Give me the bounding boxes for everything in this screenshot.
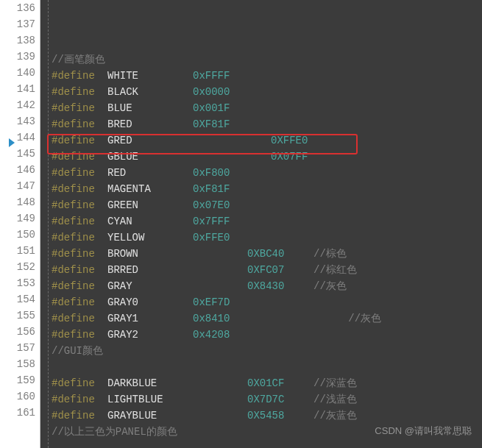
code-token: #define [52, 116, 107, 132]
code-line[interactable]: #define GRED0XFFE0 [52, 132, 482, 149]
code-line[interactable]: #define RED0xF800 [52, 165, 482, 181]
code-token: #define [52, 68, 107, 84]
code-token: 0xFFE0 [193, 232, 230, 243]
breakpoint-indicator-icon [9, 138, 15, 147]
line-number[interactable]: 143 [4, 113, 35, 129]
line-number[interactable]: 145 [4, 146, 35, 162]
code-token: GRAY1 [107, 310, 193, 327]
code-line[interactable]: //以上三色为PANEL的颜色 [52, 424, 482, 440]
code-line[interactable] [52, 35, 482, 51]
code-line[interactable]: #define BLACK0x0000 [52, 84, 482, 100]
line-number[interactable]: 157 [4, 340, 35, 356]
code-token: //棕色 [313, 248, 347, 260]
code-token: //灰色 [313, 280, 347, 292]
code-token: //以上三色为PANEL的颜色 [52, 426, 177, 438]
code-line[interactable]: #define YELLOW0xFFE0 [52, 230, 482, 246]
line-number[interactable]: 148 [4, 194, 35, 210]
line-number[interactable]: 140 [4, 65, 35, 81]
code-line[interactable] [52, 359, 482, 375]
code-token: GBLUE [107, 149, 193, 165]
code-line[interactable]: #define BRED0XF81F [52, 116, 482, 132]
code-token: 0X5458 [247, 408, 313, 424]
code-token: #define [52, 375, 107, 391]
code-line[interactable]: #define GREEN0x07E0 [52, 197, 482, 213]
code-line[interactable]: #define GRAY0X8430//灰色 [52, 278, 482, 294]
code-token: RED [107, 165, 193, 181]
code-token: 0X7D7C [247, 391, 313, 408]
line-number-gutter[interactable]: 1361371381391401411421431441451461471481… [0, 0, 40, 448]
code-line[interactable] [52, 440, 482, 448]
code-token: BRED [107, 116, 193, 132]
line-number[interactable]: 142 [4, 97, 35, 113]
code-line[interactable]: #define DARKBLUE0X01CF//深蓝色 [52, 375, 482, 391]
code-token: #define [52, 262, 107, 278]
code-token: BLACK [107, 84, 193, 100]
line-number[interactable]: 141 [4, 81, 35, 97]
code-token: 0xEF7D [193, 296, 230, 308]
code-line[interactable]: #define GRAYBLUE0X5458//灰蓝色 [52, 408, 482, 424]
line-number[interactable]: 136 [4, 0, 35, 16]
code-token: 0xF800 [193, 167, 230, 179]
code-line[interactable]: #define BROWN0XBC40//棕色 [52, 246, 482, 262]
line-number[interactable]: 161 [4, 405, 35, 421]
line-number[interactable]: 147 [4, 178, 35, 194]
line-number[interactable]: 151 [4, 243, 35, 259]
code-token: 0XFC07 [247, 262, 313, 278]
line-number[interactable]: 137 [4, 16, 35, 32]
line-number[interactable]: 153 [4, 275, 35, 291]
code-token: MAGENTA [107, 181, 193, 197]
line-number[interactable]: 158 [4, 356, 35, 372]
code-token: #define [52, 391, 107, 408]
code-token: WHITE [107, 68, 193, 84]
fold-margin[interactable] [40, 0, 49, 448]
code-token: 0x07E0 [193, 199, 230, 211]
code-token: 0x8410 [193, 313, 348, 324]
code-line[interactable]: #define WHITE0xFFFF [52, 68, 482, 84]
code-token: 0x0000 [193, 86, 230, 98]
code-area[interactable]: //画笔颜色#define WHITE0xFFFF#define BLACK0x… [49, 0, 482, 448]
code-token: #define [52, 278, 107, 294]
code-token: BRRED [107, 262, 193, 278]
code-token: #define [52, 165, 107, 181]
line-number[interactable]: 149 [4, 210, 35, 227]
code-line[interactable]: #define GRAY00xEF7D [52, 294, 482, 310]
line-number[interactable]: 138 [4, 32, 35, 49]
code-line[interactable]: #define LIGHTBLUE0X7D7C//浅蓝色 [52, 391, 482, 408]
code-token: #define [52, 100, 107, 116]
code-line[interactable]: #define GBLUE0X07FF [52, 149, 482, 165]
code-token: LIGHTBLUE [107, 391, 193, 408]
line-number[interactable]: 154 [4, 291, 35, 307]
code-line[interactable]: //GUI颜色 [52, 343, 482, 359]
code-line[interactable]: #define GRAY20x4208 [52, 327, 482, 343]
line-number[interactable]: 150 [4, 227, 35, 243]
code-token: #define [52, 310, 107, 327]
code-line[interactable]: //画笔颜色 [52, 51, 482, 68]
line-number[interactable]: 152 [4, 259, 35, 275]
code-token: GRED [107, 132, 193, 149]
code-token: 0X8430 [247, 278, 313, 294]
code-token: 0XBC40 [247, 246, 313, 262]
line-number[interactable]: 159 [4, 372, 35, 388]
code-line[interactable]: #define MAGENTA0xF81F [52, 181, 482, 197]
code-editor[interactable]: 1361371381391401411421431441451461471481… [0, 0, 482, 448]
code-token: 0XFFE0 [271, 135, 308, 146]
line-number[interactable]: 156 [4, 324, 35, 340]
code-line[interactable]: #define CYAN0x7FFF [52, 213, 482, 230]
code-token: #define [52, 149, 107, 165]
code-token: GRAY0 [107, 294, 193, 310]
code-token: CYAN [107, 213, 193, 230]
code-token: 0xF81F [193, 183, 230, 195]
code-token: GREEN [107, 197, 193, 213]
code-line[interactable]: #define BLUE0x001F [52, 100, 482, 116]
line-number[interactable]: 155 [4, 307, 35, 324]
code-line[interactable]: #define GRAY10x8410 //灰色 [52, 310, 482, 327]
code-token: #define [52, 294, 107, 310]
code-token: BROWN [107, 246, 193, 262]
code-token: #define [52, 408, 107, 424]
code-token: DARKBLUE [107, 375, 193, 391]
code-token: 0X01CF [247, 375, 313, 391]
code-line[interactable]: #define BRRED0XFC07//棕红色 [52, 262, 482, 278]
line-number[interactable]: 139 [4, 49, 35, 65]
line-number[interactable]: 160 [4, 388, 35, 405]
line-number[interactable]: 146 [4, 162, 35, 178]
